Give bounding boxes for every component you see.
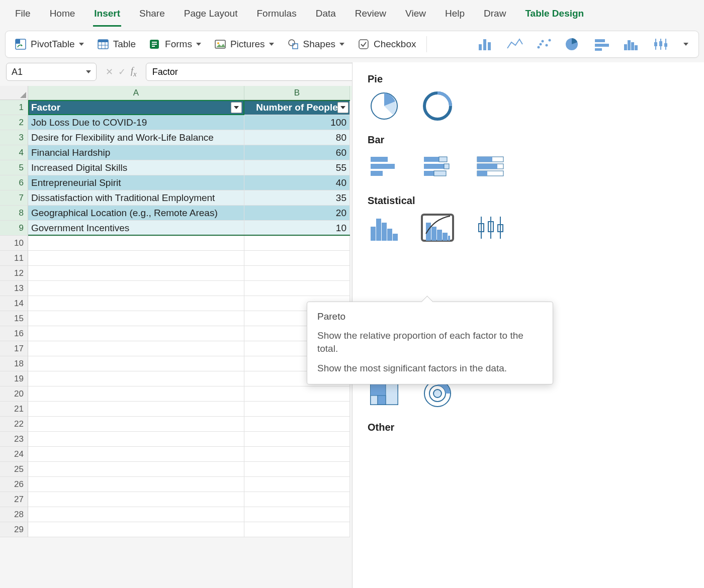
cell[interactable] [244,432,350,447]
cell[interactable] [244,462,350,477]
fx-icon[interactable]: fx [131,66,137,78]
row-header[interactable]: 9 [0,221,28,236]
row-header[interactable]: 27 [0,492,28,507]
line-chart-icon[interactable] [506,37,523,51]
row-header[interactable]: 25 [0,462,28,477]
forms-button[interactable]: Forms [144,35,206,53]
histogram-option[interactable] [368,214,401,242]
cell[interactable] [244,251,350,266]
tab-page-layout[interactable]: Page Layout [183,3,239,27]
tab-insert[interactable]: Insert [93,3,121,27]
cell[interactable] [28,522,244,537]
cell-factor[interactable]: Dissatisfaction with Traditional Employm… [28,190,244,206]
cell-count[interactable]: 20 [244,206,350,221]
cell[interactable] [28,326,244,341]
row-header[interactable]: 1 [0,100,28,115]
tab-formulas[interactable]: Formulas [255,3,297,27]
tab-table-design[interactable]: Table Design [524,3,585,27]
table-button[interactable]: Table [92,35,141,53]
cell[interactable] [244,522,350,537]
row-header[interactable]: 11 [0,251,28,266]
cell[interactable] [28,432,244,447]
row-header[interactable]: 21 [0,402,28,417]
cell-factor[interactable]: Government Incentives [28,221,244,236]
cell-factor[interactable]: Increased Digital Skills [28,160,244,175]
cell[interactable] [244,447,350,462]
cell[interactable] [28,236,244,251]
row-header[interactable]: 23 [0,432,28,447]
row-header[interactable]: 10 [0,236,28,251]
row-header[interactable]: 5 [0,160,28,175]
tab-share[interactable]: Share [138,3,166,27]
tab-help[interactable]: Help [444,3,466,27]
table-header-count[interactable]: Number of People [244,100,350,115]
column-chart-icon[interactable] [477,37,494,51]
tab-review[interactable]: Review [354,3,387,27]
cell[interactable] [28,371,244,386]
cell[interactable] [28,281,244,296]
cell-count[interactable]: 80 [244,130,350,145]
cell[interactable] [28,341,244,356]
tab-data[interactable]: Data [315,3,337,27]
row-header[interactable]: 15 [0,311,28,326]
enter-icon[interactable]: ✓ [118,66,126,77]
boxwhisker-chart-icon[interactable] [652,37,669,51]
scatter-chart-icon[interactable] [536,37,553,51]
stacked-bar-100-option[interactable] [474,153,507,181]
cell-count[interactable]: 10 [244,221,350,236]
row-header[interactable]: 17 [0,341,28,356]
row-header[interactable]: 16 [0,326,28,341]
tab-home[interactable]: Home [49,3,76,27]
select-all-triangle[interactable] [0,86,28,100]
cell[interactable] [28,402,244,417]
row-header[interactable]: 13 [0,281,28,296]
cell[interactable] [28,296,244,311]
row-header[interactable]: 2 [0,115,28,130]
cell[interactable] [244,477,350,492]
cell[interactable] [28,417,244,432]
cell[interactable] [28,492,244,507]
cell[interactable] [28,311,244,326]
cell-count[interactable]: 35 [244,190,350,206]
row-header[interactable]: 19 [0,371,28,386]
filter-dropdown-button[interactable] [231,102,242,113]
row-header[interactable]: 22 [0,417,28,432]
row-header[interactable]: 26 [0,477,28,492]
cell[interactable] [28,356,244,371]
row-header[interactable]: 20 [0,386,28,402]
cell-count[interactable]: 40 [244,175,350,190]
row-header[interactable]: 3 [0,130,28,145]
column-header-b[interactable]: B [244,86,350,100]
cell-factor[interactable]: Desire for Flexibility and Work-Life Bal… [28,130,244,145]
cell[interactable] [28,251,244,266]
cell[interactable] [244,386,350,402]
cell-count[interactable]: 60 [244,145,350,160]
row-header[interactable]: 12 [0,266,28,281]
cell-factor[interactable]: Entrepreneurial Spirit [28,175,244,190]
cell-count[interactable]: 100 [244,115,350,130]
pivot-table-button[interactable]: PivotTable [10,35,89,53]
histogram-chart-icon[interactable] [623,37,640,51]
cell[interactable] [244,266,350,281]
cancel-icon[interactable]: ✕ [106,66,113,77]
cell[interactable] [28,462,244,477]
cell[interactable] [28,477,244,492]
cell[interactable] [28,386,244,402]
tab-view[interactable]: View [404,3,427,27]
pie-chart-option[interactable] [368,92,401,120]
table-header-factor[interactable]: Factor [28,100,244,115]
row-header[interactable]: 7 [0,190,28,206]
box-whisker-option[interactable] [474,214,507,242]
cell[interactable] [28,266,244,281]
doughnut-chart-option[interactable] [421,92,454,120]
clustered-bar-option[interactable] [368,153,401,181]
row-header[interactable]: 14 [0,296,28,311]
tab-file[interactable]: File [14,3,32,27]
checkbox-button[interactable]: Checkbox [353,35,421,53]
stacked-bar-option[interactable] [421,153,454,181]
cell[interactable] [244,417,350,432]
cell[interactable] [28,447,244,462]
pie-chart-icon[interactable] [565,37,582,51]
name-box[interactable]: A1 [6,63,97,81]
pictures-button[interactable]: Pictures [209,35,279,53]
